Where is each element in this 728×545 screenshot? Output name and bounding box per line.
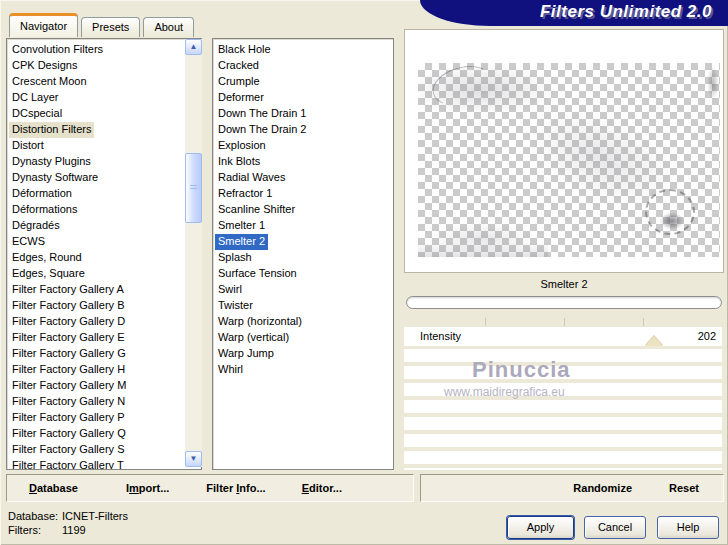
selected-filter-caption: Smelter 2 <box>404 278 724 290</box>
import-button[interactable]: Import... <box>126 482 169 494</box>
preview-image <box>418 63 720 257</box>
scroll-down-icon: ▼ <box>190 454 198 463</box>
list-item[interactable]: Dynasty Software <box>9 169 201 185</box>
filter-list[interactable]: Black HoleCrackedCrumpleDeformerDown The… <box>212 38 394 470</box>
tab-presets[interactable]: Presets <box>81 17 140 37</box>
filters-count-label: Filters: <box>8 524 62 536</box>
list-item[interactable]: Dynasty Plugins <box>9 153 201 169</box>
list-item[interactable]: Warp (vertical) <box>215 329 393 345</box>
list-item[interactable]: Distort <box>9 137 201 153</box>
status-area: Database: ICNET-Filters Filters: 1199 <box>8 510 128 536</box>
intensity-slider[interactable]: Intensity 202 <box>404 327 722 346</box>
list-item[interactable]: Radial Waves <box>215 169 393 185</box>
list-item[interactable]: Filter Factory Gallery Q <box>9 425 201 441</box>
list-item[interactable]: Filter Factory Gallery B <box>9 297 201 313</box>
tab-bar: Navigator Presets About <box>9 13 194 37</box>
preview-artifact <box>706 63 720 103</box>
help-button[interactable]: Help <box>657 516 719 539</box>
intensity-slider-thumb[interactable] <box>645 336 663 346</box>
list-item[interactable]: Filter Factory Gallery N <box>9 393 201 409</box>
list-item[interactable]: Deformer <box>215 89 393 105</box>
list-item[interactable]: Edges, Round <box>9 249 201 265</box>
cancel-button[interactable]: Cancel <box>584 516 646 539</box>
list-item[interactable]: Filter Factory Gallery T <box>9 457 201 470</box>
list-item[interactable]: Crumple <box>215 73 393 89</box>
list-item[interactable]: Surface Tension <box>215 265 393 281</box>
preview-artifact <box>645 189 695 235</box>
list-item[interactable]: Whirl <box>215 361 393 377</box>
preview-artifact <box>418 63 558 111</box>
list-item[interactable]: Black Hole <box>215 41 393 57</box>
list-item[interactable]: Warp (horizontal) <box>215 313 393 329</box>
list-item[interactable]: Filter Factory Gallery M <box>9 377 201 393</box>
preview-artifact <box>422 221 542 255</box>
list-item[interactable]: Crescent Moon <box>9 73 201 89</box>
list-item[interactable]: Filter Factory Gallery E <box>9 329 201 345</box>
preview-panel <box>404 29 724 273</box>
category-scrollbar[interactable]: ▲ ▼ <box>185 39 202 467</box>
tab-about[interactable]: About <box>143 17 194 37</box>
apply-button[interactable]: Apply <box>507 516 574 539</box>
filters-count-value: 1199 <box>62 524 128 536</box>
watermark-name: Pinuccia <box>472 357 570 383</box>
list-item[interactable]: Scanline Shifter <box>215 201 393 217</box>
intensity-label: Intensity <box>420 330 461 342</box>
list-item[interactable]: Convolution Filters <box>9 41 201 57</box>
watermark-url: www.maidiregrafica.eu <box>444 385 565 399</box>
list-item[interactable]: DCspecial <box>9 105 201 121</box>
filters-unlimited-dialog: Filters Unlimited 2.0 Navigator Presets … <box>0 0 728 545</box>
list-item[interactable]: Refractor 1 <box>215 185 393 201</box>
progress-bar <box>406 296 722 309</box>
left-toolbar: Database Import... Filter Info... Editor… <box>6 474 414 502</box>
list-item[interactable]: Ink Blots <box>215 153 393 169</box>
list-item[interactable]: Filter Factory Gallery H <box>9 361 201 377</box>
scroll-down-button[interactable]: ▼ <box>185 451 202 467</box>
list-item[interactable]: Cracked <box>215 57 393 73</box>
list-item[interactable]: Explosion <box>215 137 393 153</box>
reset-button[interactable]: Reset <box>669 482 699 494</box>
scroll-thumb[interactable] <box>185 153 202 223</box>
list-item[interactable]: Splash <box>215 249 393 265</box>
list-item[interactable]: Déformations <box>9 201 201 217</box>
list-item[interactable]: Warp Jump <box>215 345 393 361</box>
list-item[interactable]: Dégradés <box>9 217 201 233</box>
tab-navigator[interactable]: Navigator <box>9 13 78 37</box>
scroll-up-button[interactable]: ▲ <box>185 39 202 55</box>
right-toolbar: Randomize Reset <box>420 474 724 502</box>
list-item[interactable]: Smelter 1 <box>215 217 393 233</box>
category-list[interactable]: Convolution FiltersCPK DesignsCrescent M… <box>6 38 202 470</box>
list-item[interactable]: Down The Drain 2 <box>215 121 393 137</box>
editor-button[interactable]: Editor... <box>302 482 342 494</box>
intensity-value: 202 <box>698 330 716 342</box>
list-item[interactable]: Filter Factory Gallery A <box>9 281 201 297</box>
preview-artifact <box>418 242 548 257</box>
list-item[interactable]: ECWS <box>9 233 201 249</box>
preview-artifact <box>428 60 497 112</box>
list-item[interactable]: Down The Drain 1 <box>215 105 393 121</box>
list-item[interactable]: CPK Designs <box>9 57 201 73</box>
list-item[interactable]: Swirl <box>215 281 393 297</box>
preview-artifact <box>502 81 704 237</box>
title-banner: Filters Unlimited 2.0 <box>420 0 728 26</box>
list-item[interactable]: Filter Factory Gallery G <box>9 345 201 361</box>
list-item[interactable]: Filter Factory Gallery S <box>9 441 201 457</box>
randomize-button[interactable]: Randomize <box>573 482 632 494</box>
database-button[interactable]: Database <box>29 482 78 494</box>
database-status-label: Database: <box>8 510 62 522</box>
list-item[interactable]: Distortion Filters <box>9 121 201 137</box>
scroll-up-icon: ▲ <box>190 42 198 51</box>
list-item[interactable]: DC Layer <box>9 89 201 105</box>
list-item[interactable]: Smelter 2 <box>215 233 393 249</box>
list-item[interactable]: Filter Factory Gallery D <box>9 313 201 329</box>
list-item[interactable]: Déformation <box>9 185 201 201</box>
database-status-value: ICNET-Filters <box>62 510 128 522</box>
list-item[interactable]: Twister <box>215 297 393 313</box>
list-item[interactable]: Edges, Square <box>9 265 201 281</box>
preview-artifact <box>658 211 686 231</box>
window-title: Filters Unlimited 2.0 <box>540 2 712 22</box>
list-item[interactable]: Filter Factory Gallery P <box>9 409 201 425</box>
filter-info-button[interactable]: Filter Info... <box>206 482 265 494</box>
slider-ticks <box>406 318 722 326</box>
